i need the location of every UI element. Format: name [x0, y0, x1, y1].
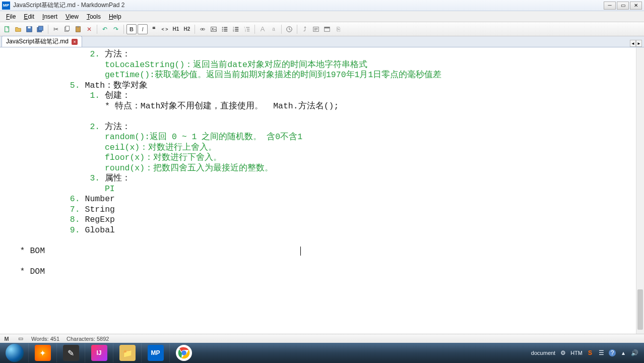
svg-rect-22	[235, 29, 238, 30]
taskbar-app-2[interactable]: ✎	[56, 343, 85, 362]
svg-rect-8	[77, 26, 79, 27]
svg-point-15	[222, 28, 223, 29]
char-count: Characters: 5892	[67, 336, 109, 342]
tab-active[interactable]: JavaScript基础笔记.md ×	[2, 36, 82, 47]
tabbar: JavaScript基础笔记.md × ◄ ►	[0, 36, 644, 47]
tray-volume-icon[interactable]: 🔊	[631, 349, 638, 356]
svg-point-12	[212, 28, 214, 29]
svg-rect-0	[5, 26, 9, 32]
svg-rect-18	[224, 30, 227, 31]
menu-file[interactable]: File	[2, 12, 20, 21]
svg-point-36	[181, 350, 186, 355]
delete-button[interactable]: ✕	[84, 24, 94, 34]
close-button[interactable]: ✕	[630, 2, 642, 10]
taskbar: ✦ ✎ IJ 📁 MP document ⚙ HTM S ☰ ? ▴ 🔊	[0, 343, 644, 363]
tray-label-document: document	[531, 350, 555, 356]
svg-rect-24	[235, 30, 238, 31]
svg-point-17	[222, 30, 223, 31]
bold-button[interactable]: B	[126, 24, 137, 34]
editor-area[interactable]: 2. 方法： toLocaleString()：返回当前date对象对应的时间本…	[0, 47, 644, 334]
statusbar: M ▭ Words: 451 Characters: 5892	[0, 334, 644, 343]
window-title: JavaScript基础笔记.md - MarkdownPad 2	[13, 1, 604, 10]
menu-edit[interactable]: Edit	[20, 12, 38, 21]
redo-button[interactable]: ↷	[111, 24, 121, 34]
svg-text:3: 3	[245, 30, 246, 32]
svg-rect-20	[235, 27, 238, 28]
taskbar-chrome[interactable]	[169, 343, 198, 362]
italic-button[interactable]: I	[138, 24, 148, 34]
new-file-button[interactable]	[2, 24, 12, 34]
timestamp-button[interactable]	[284, 24, 294, 34]
book-icon[interactable]: ▭	[17, 335, 24, 342]
minimize-button[interactable]: ─	[604, 2, 616, 10]
app-icon: MP	[2, 2, 10, 10]
svg-rect-14	[224, 27, 227, 28]
ol-button[interactable]: 123	[231, 24, 241, 34]
cut-button[interactable]: ✂	[51, 24, 61, 34]
vertical-scrollbar[interactable]	[636, 47, 644, 334]
taskbar-intellij[interactable]: IJ	[85, 343, 113, 362]
save-all-button[interactable]	[35, 24, 45, 34]
taskbar-app-1[interactable]: ✦	[28, 343, 56, 362]
export-button[interactable]: ⎘	[333, 24, 343, 34]
tray-icon-2[interactable]: S	[587, 349, 594, 356]
menu-view[interactable]: View	[61, 12, 83, 21]
scrollbar-thumb[interactable]	[637, 289, 643, 330]
tab-close-button[interactable]: ×	[72, 39, 78, 45]
svg-rect-16	[224, 29, 227, 30]
font-large-button[interactable]: A	[257, 24, 268, 34]
tab-nav-left[interactable]: ◄	[630, 40, 636, 47]
system-tray: document ⚙ HTM S ☰ ? ▴ 🔊	[531, 349, 643, 356]
paste-button[interactable]	[73, 24, 83, 34]
tab-label: JavaScript基础笔记.md	[6, 37, 69, 46]
svg-rect-4	[39, 26, 43, 30]
menu-tools[interactable]: Tools	[83, 12, 105, 21]
start-button[interactable]	[1, 343, 28, 362]
quote-button[interactable]: ❝	[149, 24, 159, 34]
tray-icon-1[interactable]: ⚙	[559, 349, 566, 356]
word-count: Words: 451	[31, 336, 59, 342]
svg-rect-26	[246, 27, 249, 28]
taskbar-explorer[interactable]: 📁	[113, 343, 141, 362]
ul-button[interactable]	[220, 24, 230, 34]
font-small-button[interactable]: a	[269, 24, 279, 34]
save-button[interactable]	[24, 24, 34, 34]
move-up-button[interactable]: ⤴	[300, 24, 310, 34]
svg-text:3: 3	[233, 30, 234, 32]
preview-button[interactable]	[311, 24, 321, 34]
open-file-button[interactable]	[13, 24, 23, 34]
h1-button[interactable]: H1	[171, 24, 181, 34]
link-button[interactable]	[198, 24, 208, 34]
maximize-button[interactable]: ▭	[617, 2, 629, 10]
h2-button[interactable]: H2	[182, 24, 192, 34]
browser-button[interactable]	[322, 24, 332, 34]
toolbar: ✂ ✕ ↶ ↷ B I ❝ < > H1 H2 123 123 A a ⤴ ⎘	[0, 22, 644, 36]
svg-rect-2	[28, 26, 30, 28]
tray-label-htm: HTM	[570, 350, 583, 356]
markdown-mode-icon[interactable]: M	[3, 335, 10, 342]
titlebar: MP JavaScript基础笔记.md - MarkdownPad 2 ─ ▭…	[0, 0, 644, 11]
image-button[interactable]	[209, 24, 219, 34]
tab-nav-right[interactable]: ►	[636, 40, 642, 47]
taskbar-markdownpad[interactable]: MP	[141, 343, 169, 362]
tray-up-icon[interactable]: ▴	[620, 349, 627, 356]
svg-rect-34	[325, 27, 330, 28]
svg-rect-30	[247, 30, 249, 31]
text-cursor	[300, 247, 301, 256]
editor-content[interactable]: 2. 方法： toLocaleString()：返回当前date对象对应的时间本…	[0, 47, 644, 277]
menu-insert[interactable]: Insert	[38, 12, 61, 21]
tray-icon-3[interactable]: ☰	[598, 349, 605, 356]
tray-icon-help[interactable]: ?	[609, 349, 616, 356]
menubar: File Edit Insert View Tools Help	[0, 11, 644, 22]
undo-button[interactable]: ↶	[100, 24, 110, 34]
ol-sub-button[interactable]: 123	[242, 24, 252, 34]
svg-point-13	[222, 27, 223, 28]
svg-rect-28	[247, 29, 249, 30]
svg-point-10	[202, 28, 205, 30]
code-button[interactable]: < >	[160, 24, 170, 34]
menu-help[interactable]: Help	[105, 12, 125, 21]
svg-rect-6	[66, 26, 69, 30]
copy-button[interactable]	[62, 24, 72, 34]
